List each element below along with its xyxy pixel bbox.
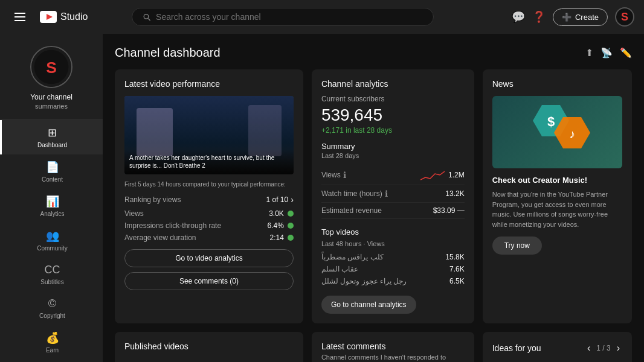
see-comments-button[interactable]: See comments (0): [124, 272, 294, 290]
search-input[interactable]: [156, 12, 423, 22]
ranking-label: Ranking by views: [124, 195, 181, 204]
subtitles-label: Subtitles: [40, 279, 63, 285]
sidebar-item-subtitles[interactable]: CC Subtitles: [0, 258, 103, 291]
channel-analytics-title: Channel analytics: [321, 79, 465, 89]
hamburger-menu[interactable]: [10, 8, 30, 26]
sidebar-profile: S Your channel summaries: [0, 34, 103, 120]
stat-views-label: Views: [124, 209, 144, 218]
search-icon: [142, 12, 151, 22]
community-label: Community: [37, 245, 68, 252]
upload-icon[interactable]: ⬆: [585, 47, 593, 59]
top-video-row-1: كلب يراقس مضطرباً 15.8K: [321, 251, 465, 263]
latest-video-title: Latest video performance: [124, 79, 294, 89]
analytics-icon: 📊: [46, 195, 59, 208]
create-label: Create: [575, 13, 599, 22]
comments-icon[interactable]: 💬: [512, 10, 525, 24]
ranking-value[interactable]: 1 of 10 ›: [266, 195, 294, 205]
copyright-icon: ©: [48, 297, 56, 310]
studio-label: Studio: [60, 11, 88, 22]
ideas-prev-button[interactable]: ‹: [585, 341, 593, 355]
dashboard-label: Dashboard: [37, 142, 67, 148]
subscribers-change: +2,171 in last 28 days: [321, 126, 465, 135]
top-videos-section: Top videos Last 48 hours · Views كلب يرا…: [321, 227, 465, 287]
svg-text:$: $: [547, 114, 555, 129]
stat-ctr-label: Impressions click-through rate: [124, 221, 221, 230]
try-now-button[interactable]: Try now: [492, 237, 542, 255]
ideas-card: Ideas for you ‹ 1 / 3 › Have you tried v…: [483, 332, 632, 362]
analytics-watchtime-label: Watch time (hours) ℹ: [321, 189, 388, 198]
stat-row-duration: Average view duration 2:14: [124, 233, 294, 242]
latest-video-card: Latest video performance A mother takes …: [115, 69, 303, 323]
stat-ctr-val: 6.4%: [268, 221, 294, 230]
sidebar-item-dashboard[interactable]: ⊞ Dashboard: [0, 120, 103, 154]
top-videos-label: Top videos: [321, 227, 359, 237]
analytics-revenue-val: $33.09 —: [433, 206, 465, 215]
stat-views-val: 3.0K: [269, 209, 294, 218]
copyright-label: Copyright: [39, 313, 65, 319]
top-video-views-1: 15.8K: [445, 253, 464, 261]
ideas-title: Ideas for you: [492, 343, 541, 353]
sidebar-item-analytics[interactable]: 📊 Analytics: [0, 189, 103, 223]
info-icon[interactable]: ℹ: [343, 170, 346, 180]
summary-label: Summary: [321, 142, 465, 151]
ideas-pagination-nav: ‹ 1 / 3 ›: [585, 341, 622, 355]
go-to-video-analytics-button[interactable]: Go to video analytics: [124, 249, 294, 267]
top-videos-period: Last 48 hours · Views: [321, 240, 465, 247]
stat-duration-label: Average view duration: [124, 233, 196, 242]
analytics-row-revenue: Estimated revenue $33.09 —: [321, 203, 465, 219]
subtitles-icon: CC: [45, 264, 60, 276]
ideas-next-button[interactable]: ›: [614, 341, 622, 355]
create-button[interactable]: ➕ Create: [553, 8, 608, 26]
analytics-views-val: 1.2M: [420, 169, 465, 181]
published-videos-title: Published videos: [124, 341, 294, 351]
user-avatar[interactable]: S: [615, 7, 634, 27]
earn-label: Earn: [46, 347, 59, 354]
svg-text:S: S: [46, 59, 57, 77]
channel-name: Your channel: [30, 93, 72, 101]
broadcast-icon[interactable]: 📡: [601, 47, 613, 59]
dashboard-icon: ⊞: [48, 126, 57, 139]
main-content: Channel dashboard ⬆ 📡 ✏️ Latest video pe…: [103, 34, 644, 362]
analytics-row-watchtime: Watch time (hours) ℹ 13.2K: [321, 185, 465, 203]
help-icon[interactable]: ❓: [532, 10, 546, 24]
go-to-channel-analytics-button[interactable]: Go to channel analytics: [321, 296, 416, 314]
yt-studio-logo[interactable]: Studio: [40, 11, 88, 23]
stat-row-views: Views 3.0K: [124, 209, 294, 218]
top-video-views-3: 6.5K: [449, 277, 465, 285]
topbar-right-actions: 💬 ❓ ➕ Create S: [512, 7, 634, 27]
news-image: $ ♪: [492, 96, 622, 168]
published-videos-card: Published videos Dont Breathe 1 ▶ 58 💬 0…: [115, 332, 303, 362]
channel-analytics-card: Channel analytics Current subscribers 53…: [312, 69, 474, 323]
edit-icon[interactable]: ✏️: [620, 47, 632, 59]
youtube-icon: [40, 11, 57, 23]
channel-sub: summaries: [35, 103, 68, 110]
top-video-views-2: 7.6K: [449, 265, 465, 273]
content-label: Content: [42, 176, 63, 183]
ideas-pagination: 1 / 3: [596, 344, 610, 352]
news-heading: Check out Creator Music!: [492, 176, 622, 185]
content-icon: 📄: [46, 160, 59, 174]
header-actions: ⬆ 📡 ✏️: [585, 47, 632, 59]
top-video-row-2: عقاب السلم 7.6K: [321, 263, 465, 275]
create-icon: ➕: [562, 13, 572, 22]
avatar[interactable]: S: [30, 46, 72, 88]
sidebar-item-content[interactable]: 📄 Content: [0, 154, 103, 189]
analytics-watchtime-val: 13.2K: [445, 189, 464, 198]
subscribers-label: Current subscribers: [321, 95, 465, 103]
analytics-views-label: Views ℹ: [321, 170, 346, 180]
analytics-revenue-label: Estimated revenue: [321, 206, 382, 215]
first-row: Latest video performance A mother takes …: [115, 69, 632, 323]
stat-row-ctr: Impressions click-through rate 6.4%: [124, 221, 294, 230]
sidebar-item-copyright[interactable]: © Copyright: [0, 291, 103, 325]
subscribers-count: 539,645: [321, 106, 465, 125]
sidebar-item-earn[interactable]: 💰 Earn: [0, 325, 103, 360]
stat-duration-val: 2:14: [270, 233, 294, 242]
news-title: News: [492, 79, 622, 89]
info-icon2[interactable]: ℹ: [385, 189, 388, 198]
community-icon: 👥: [46, 229, 59, 243]
analytics-row-views: Views ℹ 1.2M: [321, 165, 465, 185]
sidebar-item-customization[interactable]: 🎨 Customization: [0, 360, 103, 362]
earn-icon: 💰: [46, 331, 59, 345]
sidebar-item-community[interactable]: 👥 Community: [0, 223, 103, 258]
top-video-title-3: رجل يراء عجوز وتحول لشلل: [321, 277, 407, 285]
